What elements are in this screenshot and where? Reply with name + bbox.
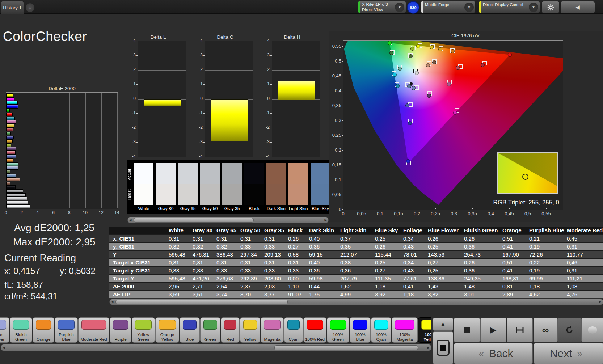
swatch-target xyxy=(200,184,220,205)
back-button[interactable]: « Back xyxy=(454,343,533,364)
pattern-scrollbar[interactable]: ◀ ▶ xyxy=(1,344,431,351)
y-tick-label: 2 xyxy=(195,67,203,72)
pattern-chip xyxy=(264,320,281,330)
pattern-button-100-blue[interactable]: 100% Blue xyxy=(350,317,371,343)
table-cell: 0,33 xyxy=(262,267,286,274)
cie-plot[interactable]: RGB Triplet: 255, 255, 0 xyxy=(343,40,563,210)
y-tick-label: -3 xyxy=(262,139,270,144)
y-tick-label: -4 xyxy=(195,154,203,159)
y-tick-label: 3 xyxy=(128,52,136,58)
pattern-button-moderate-red[interactable]: Moderate Red xyxy=(78,317,109,343)
tick-mark xyxy=(342,46,343,47)
measured-marker-green xyxy=(389,51,393,55)
measure-size-button[interactable] xyxy=(507,318,533,342)
table-scrollbar[interactable]: ◀ ▶ xyxy=(109,299,603,305)
table-cell: 0,51 xyxy=(500,259,527,266)
row-label: Target y:CIE31 xyxy=(109,267,166,274)
device-dropdown[interactable]: Direct Display Control ▼ xyxy=(478,1,540,13)
next-button[interactable]: Next » xyxy=(534,343,603,364)
infinity-icon: ∞ xyxy=(542,325,549,336)
column-header: Purplish Blue xyxy=(527,227,565,234)
pattern-button-100-yellow[interactable]: 100% Yellow xyxy=(418,317,431,343)
scroll-up-button[interactable]: ▲ xyxy=(433,318,453,331)
pattern-button-yellow[interactable]: Yellow xyxy=(240,317,260,343)
scroll-left-icon[interactable]: ◀ xyxy=(110,299,115,304)
loop-button[interactable]: ∞ xyxy=(534,318,557,342)
x-tick-label: 4 xyxy=(34,210,41,215)
delta-chart-delta-l: Delta L43210-1-2-3-4 xyxy=(128,34,189,162)
table-scroll-thumb[interactable] xyxy=(115,300,288,304)
play-icon: ▶ xyxy=(490,325,497,335)
table-cell: 78,01 xyxy=(401,251,426,258)
table-cell: 2,95 xyxy=(166,283,190,290)
tick-mark xyxy=(399,208,399,209)
page-title: ColorChecker xyxy=(3,29,87,44)
pattern-button-magenta[interactable]: Magenta xyxy=(261,317,284,343)
scroll-left-icon[interactable]: ◀ xyxy=(1,345,6,350)
workflow-dropdown[interactable]: Mobile Forge ▼ xyxy=(421,1,476,13)
table-cell: 0,33 xyxy=(166,267,190,274)
measured-marker-purplish-blue xyxy=(405,103,409,107)
avg-de2000: Avg dE2000: 1,25 xyxy=(0,222,109,234)
scroll-right-icon[interactable]: ▶ xyxy=(426,345,431,350)
table-cell: 297,34 xyxy=(238,251,262,258)
de-bar-dark-skin xyxy=(6,182,10,185)
swatch-actual xyxy=(266,163,286,184)
continuous-measure-button[interactable] xyxy=(557,318,581,342)
table-cell: 0,27 xyxy=(373,267,401,274)
pattern-button-cyan[interactable]: Cyan xyxy=(284,317,303,343)
meter-dropdown[interactable]: X-Rite i1Pro 3 Direct View ▼ xyxy=(358,1,406,13)
de-bar-red xyxy=(6,128,13,131)
tab-history-1[interactable]: History 1 xyxy=(1,1,24,14)
pattern-button-blue[interactable]: Blue xyxy=(180,317,200,343)
tick-mark xyxy=(136,99,138,99)
measure-size-icon xyxy=(515,326,524,334)
measurement-count-badge[interactable]: 639 xyxy=(407,1,419,14)
pattern-button-red[interactable]: Red xyxy=(221,317,240,343)
scroll-right-icon[interactable]: ▶ xyxy=(323,217,328,222)
tick-mark xyxy=(380,208,380,209)
stop-button[interactable] xyxy=(454,318,480,342)
tick-mark xyxy=(136,70,138,70)
settings-button[interactable] xyxy=(541,1,560,13)
play-button[interactable]: ▶ xyxy=(480,318,506,342)
pattern-button-orange-yellow[interactable]: Orange Yellow xyxy=(155,317,179,343)
chevron-down-icon[interactable]: ▼ xyxy=(529,3,538,12)
scroll-right-icon[interactable]: ▶ xyxy=(598,299,603,304)
scroll-left-icon[interactable]: ◀ xyxy=(128,217,133,222)
pattern-scroll-thumb[interactable] xyxy=(274,345,418,350)
pattern-button-100-cyan[interactable]: 100% Cyan xyxy=(371,317,391,343)
tick-mark xyxy=(528,208,528,209)
swatch-target xyxy=(244,184,264,205)
add-tab-button[interactable]: + xyxy=(25,3,35,12)
pattern-button-blue-flower[interactable]: Blue Flower xyxy=(0,317,9,343)
pattern-button-purple[interactable]: Purple xyxy=(110,317,131,343)
gridline xyxy=(205,56,253,56)
chevron-down-icon[interactable]: ▼ xyxy=(395,3,404,12)
table-cell: 1,62 xyxy=(338,283,373,290)
collapse-panel-button[interactable]: ◀ xyxy=(560,1,595,13)
table-cell: 143,53 xyxy=(426,251,462,258)
tick-mark xyxy=(203,70,205,70)
record-button[interactable] xyxy=(581,318,603,342)
pattern-window-button[interactable] xyxy=(433,331,453,364)
pattern-button-100-magenta[interactable]: 100% Magenta xyxy=(392,317,418,343)
pattern-button-100-red[interactable]: 100% Red xyxy=(303,317,326,343)
measured-marker-white xyxy=(415,71,419,75)
swatch-actual xyxy=(244,163,264,184)
table-cell: 3,82 xyxy=(426,291,462,298)
measured-marker-blue-sky xyxy=(407,84,411,88)
pattern-button-green[interactable]: Green xyxy=(200,317,220,343)
pattern-button-yellow-green[interactable]: Yellow Green xyxy=(132,317,155,343)
pattern-button-100-green[interactable]: 100% Green xyxy=(327,317,349,343)
y-tick-label: 0,1 xyxy=(330,177,341,182)
pattern-button-bluish-green[interactable]: Bluish Green xyxy=(10,317,32,343)
strip-scrollbar[interactable]: ◀ ▶ xyxy=(127,217,329,223)
pattern-button-purplish-blue[interactable]: Purplish Blue xyxy=(55,317,78,343)
tick-mark xyxy=(270,84,272,85)
table-cell: 0,45 xyxy=(565,235,603,242)
chevron-down-icon[interactable]: ▼ xyxy=(464,3,474,12)
strip-scroll-thumb[interactable] xyxy=(134,218,254,223)
pattern-button-orange[interactable]: Orange xyxy=(33,317,54,343)
y-tick-label: 0 xyxy=(262,96,270,101)
